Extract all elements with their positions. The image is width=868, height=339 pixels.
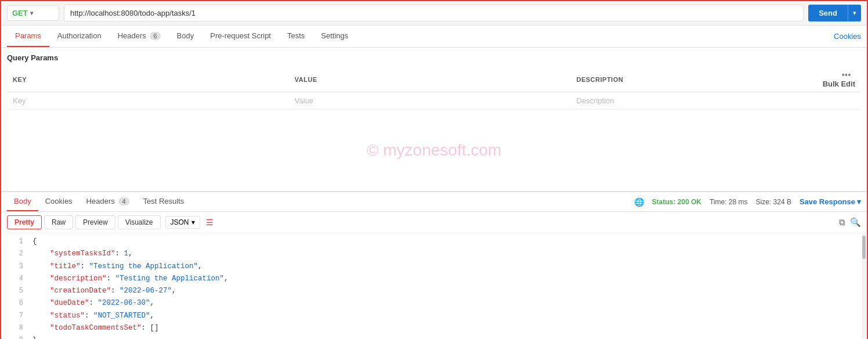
tab-headers[interactable]: Headers 6 xyxy=(110,26,169,47)
copy-button[interactable]: ⧉ xyxy=(839,217,845,228)
json-format-select[interactable]: JSON ▾ xyxy=(165,216,200,229)
scrollbar-thumb[interactable] xyxy=(862,236,866,259)
json-chevron-icon: ▾ xyxy=(191,218,195,226)
code-line-2: 2 "systemTasksId": 1, xyxy=(1,248,867,260)
tab-authorization[interactable]: Authorization xyxy=(49,26,110,47)
code-line-3: 3 "title": "Testing the Application", xyxy=(1,261,867,273)
cookies-link[interactable]: Cookies xyxy=(834,32,861,41)
code-line-5: 5 "creationDate": "2022-06-27", xyxy=(1,285,867,297)
params-table: KEY VALUE DESCRIPTION ••• Bulk Edit Key … xyxy=(7,67,861,110)
send-button[interactable]: Send xyxy=(808,5,848,21)
format-raw-button[interactable]: Raw xyxy=(44,215,73,229)
watermark: © myzonesoft.com xyxy=(367,141,501,160)
more-icon[interactable]: ••• xyxy=(842,70,851,80)
col-key-header: KEY xyxy=(7,67,289,92)
response-meta: 🌐 Status: 200 OK Time: 28 ms Size: 324 B… xyxy=(634,197,861,207)
code-line-4: 4 "description": "Testing the Applicatio… xyxy=(1,273,867,285)
response-status: Status: 200 OK xyxy=(652,198,701,206)
code-line-1: 1 { xyxy=(1,236,867,248)
tab-params[interactable]: Params xyxy=(7,26,49,47)
tab-pre-request-script[interactable]: Pre-request Script xyxy=(202,26,279,47)
value-cell[interactable]: Value xyxy=(289,92,571,110)
headers-badge: 6 xyxy=(150,32,160,40)
response-headers-badge: 4 xyxy=(118,197,129,205)
query-params-section: Query Params KEY VALUE DESCRIPTION ••• B… xyxy=(1,48,867,110)
key-cell[interactable]: Key xyxy=(7,92,289,110)
url-input[interactable] xyxy=(64,5,804,21)
response-tab-body[interactable]: Body xyxy=(7,192,38,211)
save-response-chevron-icon: ▾ xyxy=(857,197,861,206)
response-time: Time: 28 ms xyxy=(710,198,748,206)
send-group: Send ▾ xyxy=(808,5,861,21)
response-tab-test-results[interactable]: Test Results xyxy=(136,192,191,211)
table-row: Key Value Description xyxy=(7,92,861,110)
request-tabs-bar: Params Authorization Headers 6 Body Pre-… xyxy=(1,26,867,48)
method-select[interactable]: GET ▾ xyxy=(7,5,59,21)
format-pretty-button[interactable]: Pretty xyxy=(7,215,42,229)
code-line-9: 9 } xyxy=(1,334,867,339)
col-value-header: VALUE xyxy=(289,67,571,92)
send-dropdown-button[interactable]: ▾ xyxy=(848,5,861,21)
search-button[interactable]: 🔍 xyxy=(850,217,861,228)
tab-tests[interactable]: Tests xyxy=(279,26,313,47)
tab-body[interactable]: Body xyxy=(169,26,202,47)
code-line-8: 8 "todoTaskCommentsSet": [] xyxy=(1,322,867,334)
col-desc-header: DESCRIPTION xyxy=(571,67,810,92)
response-tab-cookies[interactable]: Cookies xyxy=(38,192,79,211)
response-section: Body Cookies Headers 4 Test Results 🌐 St… xyxy=(1,191,867,339)
method-label: GET xyxy=(12,9,28,17)
tab-settings[interactable]: Settings xyxy=(313,26,356,47)
watermark-area: © myzonesoft.com xyxy=(1,110,867,191)
desc-cell[interactable]: Description xyxy=(571,92,810,110)
filter-icon[interactable]: ☰ xyxy=(206,218,214,227)
format-visualize-button[interactable]: Visualize xyxy=(118,215,161,229)
response-size: Size: 324 B xyxy=(756,198,791,206)
format-bar-right: ⧉ 🔍 xyxy=(839,217,861,228)
action-cell xyxy=(810,92,861,110)
code-area: 1 { 2 "systemTasksId": 1, 3 "title": "Te… xyxy=(1,233,867,339)
code-line-6: 6 "dueDate": "2022-06-30", xyxy=(1,297,867,309)
response-tabs-bar: Body Cookies Headers 4 Test Results 🌐 St… xyxy=(1,192,867,212)
save-response-button[interactable]: Save Response ▾ xyxy=(800,197,861,206)
format-preview-button[interactable]: Preview xyxy=(75,215,115,229)
query-params-title: Query Params xyxy=(7,53,861,62)
format-bar: Pretty Raw Preview Visualize JSON ▾ ☰ ⧉ … xyxy=(1,212,867,233)
scrollbar-track[interactable] xyxy=(862,233,866,339)
col-actions-header: ••• Bulk Edit xyxy=(810,67,861,92)
method-chevron-icon: ▾ xyxy=(30,10,33,16)
code-line-7: 7 "status": "NOT_STARTED", xyxy=(1,310,867,322)
bulk-edit-button[interactable]: Bulk Edit xyxy=(823,80,855,88)
globe-icon: 🌐 xyxy=(634,197,644,207)
response-tab-headers[interactable]: Headers 4 xyxy=(79,192,136,211)
top-bar: GET ▾ Send ▾ xyxy=(1,1,867,26)
